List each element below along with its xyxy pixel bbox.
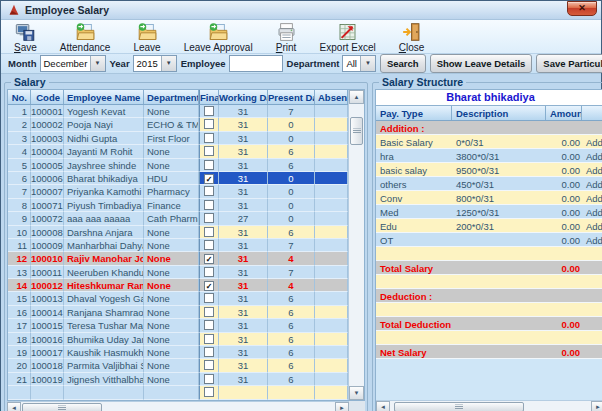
column-header-description[interactable]: Description xyxy=(452,106,546,120)
final-checkbox[interactable] xyxy=(204,227,214,237)
salary-table-row[interactable]: 4 100004 Jayanti M Rohit None 31 6 xyxy=(8,145,348,158)
final-checkbox[interactable] xyxy=(204,146,214,156)
horizontal-scroll-thumb[interactable] xyxy=(22,403,102,411)
leave-button[interactable]: Leave xyxy=(126,21,167,54)
structure-table-row[interactable]: OT 0.00 Addi xyxy=(376,233,602,247)
attendance-button[interactable]: Attendance xyxy=(53,21,118,54)
structure-table-row[interactable]: Deduction : xyxy=(376,289,602,303)
final-checkbox[interactable] xyxy=(204,267,214,277)
save-particular-details-button[interactable]: Save Particular Details xyxy=(536,54,602,73)
salary-table-row[interactable]: 14 100012 Hiteshkumar Ramar None 31 4 xyxy=(8,279,348,292)
structure-table-row[interactable]: Med 1250*0/31 0.00 Addi xyxy=(376,205,602,219)
title-bar[interactable]: Employee Salary ✕ xyxy=(1,1,601,20)
window-close-button[interactable]: ✕ xyxy=(567,1,597,16)
final-checkbox[interactable] xyxy=(204,133,214,143)
column-header-code[interactable]: Code xyxy=(31,90,64,104)
scroll-right-icon[interactable]: ► xyxy=(591,401,602,411)
structure-table-row[interactable]: Conv 800*0/31 0.00 Addi xyxy=(376,191,602,205)
structure-table-row[interactable]: Basic Salary 0*0/31 0.00 Addi xyxy=(376,135,602,149)
print-button[interactable]: Print xyxy=(269,21,304,54)
chevron-down-icon[interactable]: ▼ xyxy=(161,56,176,71)
final-checkbox[interactable] xyxy=(204,240,214,250)
salary-table-row[interactable]: 11 100009 Manharbhai Dahyabha None 31 7 xyxy=(8,239,348,252)
vertical-scroll-thumb[interactable] xyxy=(350,117,363,145)
salary-table-row[interactable] xyxy=(8,386,348,399)
structure-table-row[interactable]: Edu 200*0/31 0.00 Addi xyxy=(376,219,602,233)
employee-input[interactable] xyxy=(229,55,283,72)
horizontal-scrollbar[interactable]: ◄ ► xyxy=(7,401,349,411)
structure-table-row[interactable]: Total Deduction 0.00 xyxy=(376,317,602,331)
show-leave-details-button[interactable]: Show Leave Details xyxy=(430,54,533,73)
salary-table-row[interactable]: 18 100016 Bhumika Uday Jariwal None 31 6 xyxy=(8,333,348,346)
salary-table-row[interactable]: 8 100071 Piyush Timbadiya Finance 31 0 xyxy=(8,199,348,212)
final-checkbox[interactable] xyxy=(204,334,214,344)
scroll-down-icon[interactable]: ▼ xyxy=(349,386,364,400)
final-checkbox[interactable] xyxy=(204,186,214,196)
salary-table-row[interactable]: 16 100014 Ranjana Shamrao Soll None 31 6 xyxy=(8,306,348,319)
salary-table-row[interactable]: 20 100018 Parmita Valjibhai Sava None 31… xyxy=(8,359,348,372)
column-header-absent-days[interactable]: Absent Da xyxy=(315,90,348,104)
final-checkbox[interactable] xyxy=(204,254,214,264)
salary-table-row[interactable]: 3 100003 Nidhi Gupta First Floor 31 0 xyxy=(8,132,348,145)
chevron-down-icon[interactable]: ▼ xyxy=(90,56,105,71)
salary-table-row[interactable]: 2 100002 Pooja Nayi ECHO & TMT 31 0 xyxy=(8,118,348,131)
save-button[interactable]: Save xyxy=(7,21,44,54)
final-checkbox[interactable] xyxy=(204,106,214,116)
scroll-up-icon[interactable]: ▲ xyxy=(349,90,364,104)
scroll-right-icon[interactable]: ► xyxy=(335,402,349,411)
structure-table-row[interactable] xyxy=(376,275,602,289)
export-excel-button[interactable]: Export Excel xyxy=(313,21,383,54)
department-select[interactable]: All ▼ xyxy=(342,55,376,72)
final-checkbox[interactable] xyxy=(204,307,214,317)
structure-table-row[interactable] xyxy=(376,247,602,261)
salary-table-row[interactable]: 7 100007 Priyanka Kamothi Pharmacy 31 0 xyxy=(8,185,348,198)
salary-table-row[interactable]: 10 100008 Darshna Anjara None 31 6 xyxy=(8,226,348,239)
salary-table-row[interactable]: 13 100011 Neeruben Khandubhai None 31 7 xyxy=(8,266,348,279)
close-button[interactable]: Close xyxy=(392,21,432,54)
structure-table-row[interactable] xyxy=(376,331,602,345)
final-checkbox[interactable] xyxy=(204,281,214,291)
search-button[interactable]: Search xyxy=(380,54,426,73)
salary-table-row[interactable]: 12 100010 Rajiv Manohar Josh None 31 4 xyxy=(8,252,348,265)
final-checkbox[interactable] xyxy=(204,387,214,397)
column-header-working-days[interactable]: Working Da xyxy=(219,90,268,104)
salary-table-row[interactable]: 15 100013 Dhaval Yogesh Gandh None 31 6 xyxy=(8,292,348,305)
salary-table-row[interactable]: 9 100072 aaa aaa aaaaa Cath Pharmacy 27 … xyxy=(8,212,348,225)
chevron-down-icon[interactable]: ▼ xyxy=(360,56,375,71)
final-checkbox[interactable] xyxy=(204,320,214,330)
final-checkbox[interactable] xyxy=(204,119,214,129)
column-header-present-days[interactable]: Present Day xyxy=(268,90,315,104)
scroll-left-icon[interactable]: ◄ xyxy=(376,401,390,411)
structure-table-row[interactable]: basic salay 9500*0/31 0.00 Addi xyxy=(376,163,602,177)
structure-table-row[interactable]: others 450*0/31 0.00 Addi xyxy=(376,177,602,191)
structure-table-row[interactable] xyxy=(376,303,602,317)
final-checkbox[interactable] xyxy=(204,293,214,303)
salary-table-row[interactable]: 6 100006 Bharat bhikadiya HDU 31 0 xyxy=(8,172,348,185)
final-checkbox[interactable] xyxy=(204,174,214,184)
final-checkbox[interactable] xyxy=(204,374,214,384)
column-header-amount[interactable]: Amount xyxy=(546,106,582,120)
final-checkbox[interactable] xyxy=(204,200,214,210)
salary-table-row[interactable]: 17 100015 Teresa Tushar Maji None 31 6 xyxy=(8,319,348,332)
salary-table-row[interactable]: 21 100019 Jignesh Vitthalbhai Kc None 31… xyxy=(8,373,348,386)
salary-table-row[interactable]: 5 100005 Jayshree shinde None 31 6 xyxy=(8,159,348,172)
leave-approval-button[interactable]: Leave Approval xyxy=(177,21,260,54)
vertical-scrollbar[interactable]: ▲ ▼ xyxy=(348,90,364,400)
salary-table-row[interactable]: 19 100017 Kaushik Hasmukhlal V None 31 6 xyxy=(8,346,348,359)
year-select[interactable]: 2015 ▼ xyxy=(133,55,177,72)
final-checkbox[interactable] xyxy=(204,360,214,370)
column-header-no[interactable]: No. xyxy=(8,90,31,104)
structure-table-row[interactable]: hra 3800*0/31 0.00 Addi xyxy=(376,149,602,163)
final-checkbox[interactable] xyxy=(204,160,214,170)
column-header-department[interactable]: Department xyxy=(144,90,199,104)
column-header-extra[interactable] xyxy=(582,106,602,120)
salary-table-row[interactable]: 1 100001 Yogesh Kevat None 31 7 xyxy=(8,105,348,118)
horizontal-scrollbar[interactable]: ◄ ► xyxy=(376,400,602,411)
final-checkbox[interactable] xyxy=(204,347,214,357)
horizontal-scroll-thumb[interactable] xyxy=(394,402,524,411)
structure-table-row[interactable]: Total Salary 0.00 xyxy=(376,261,602,275)
final-checkbox[interactable] xyxy=(204,213,214,223)
column-header-employee-name[interactable]: Employee Name xyxy=(64,90,144,104)
column-header-pay-type[interactable]: Pay. Type xyxy=(376,106,452,120)
structure-table-row[interactable]: Addition : xyxy=(376,121,602,135)
